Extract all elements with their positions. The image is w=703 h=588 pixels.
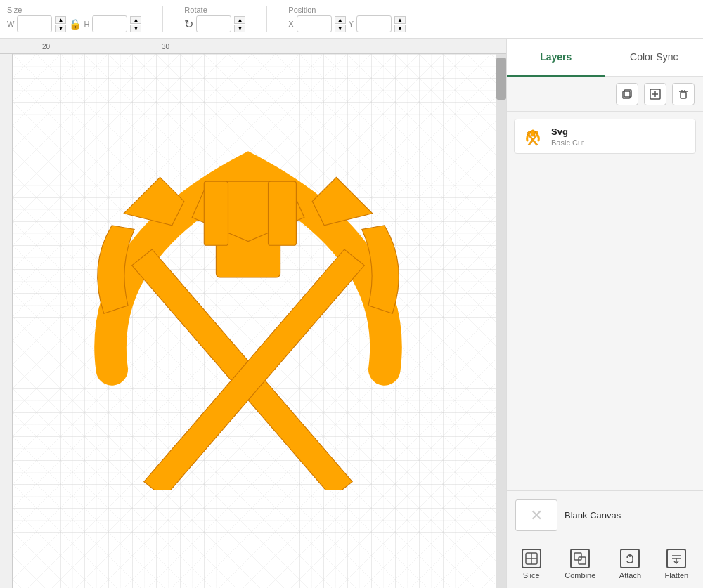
layer-list: Svg Basic Cut xyxy=(507,112,703,490)
combine-label: Combine xyxy=(565,571,595,580)
rotate-stepper: ▲ ▼ xyxy=(234,16,245,32)
artwork-svg[interactable] xyxy=(48,89,449,490)
toolbar: Size W ▲ ▼ 🔒 H ▲ ▼ Rotate ↻ ▲ ▼ xyxy=(0,0,703,39)
ruler-mark-20: 20 xyxy=(42,43,50,51)
rotate-down[interactable]: ▼ xyxy=(234,25,245,32)
height-stepper: ▲ ▼ xyxy=(130,16,141,32)
slice-button[interactable]: Slice xyxy=(516,546,547,582)
width-input[interactable] xyxy=(17,15,52,32)
flatten-label: Flatten xyxy=(665,571,689,580)
canvas-area[interactable]: 20 30 xyxy=(0,39,506,588)
x-stepper: ▲ ▼ xyxy=(335,16,346,32)
duplicate-icon xyxy=(621,88,633,100)
panel-toolbar xyxy=(507,77,703,112)
height-label: H xyxy=(84,20,89,28)
attach-label: Attach xyxy=(619,571,641,580)
height-input[interactable] xyxy=(92,15,127,32)
width-stepper: ▲ ▼ xyxy=(55,16,66,32)
scrollbar-thumb[interactable] xyxy=(496,58,506,100)
layer-item[interactable]: Svg Basic Cut xyxy=(514,119,696,154)
ruler-left xyxy=(0,54,13,588)
duplicate-layer-button[interactable] xyxy=(616,83,638,105)
add-icon xyxy=(649,88,662,100)
size-label: Size xyxy=(7,6,22,14)
position-input-row: X ▲ ▼ Y ▲ ▼ xyxy=(288,15,406,32)
y-input[interactable] xyxy=(356,15,392,32)
flatten-button[interactable]: Flatten xyxy=(659,546,695,582)
ruler-top-inner: 20 30 xyxy=(0,39,506,52)
rotate-group: Rotate ↻ ▲ ▼ xyxy=(184,6,245,32)
layer-thumbnail-icon xyxy=(522,125,544,148)
delete-layer-button[interactable] xyxy=(672,83,695,105)
bottom-actions: Slice Combine Attach xyxy=(507,540,703,588)
y-down[interactable]: ▼ xyxy=(394,25,406,32)
right-panel: Layers Color Sync xyxy=(506,39,703,588)
trash-icon xyxy=(677,88,690,100)
ruler-mark-30: 30 xyxy=(162,43,169,51)
size-group: Size W ▲ ▼ 🔒 H ▲ ▼ xyxy=(7,6,141,32)
y-up[interactable]: ▲ xyxy=(394,16,406,24)
rotate-input[interactable] xyxy=(196,15,231,32)
svg-rect-9 xyxy=(681,92,686,98)
tab-layers[interactable]: Layers xyxy=(507,39,605,77)
add-layer-button[interactable] xyxy=(644,83,666,105)
artwork-container[interactable] xyxy=(48,89,449,490)
rotate-icon: ↻ xyxy=(184,18,193,31)
canvas-grid[interactable] xyxy=(13,54,506,588)
rotate-input-row: ↻ ▲ ▼ xyxy=(184,15,245,32)
height-up[interactable]: ▲ xyxy=(130,16,141,24)
x-input[interactable] xyxy=(297,15,332,32)
x-down[interactable]: ▼ xyxy=(335,25,346,32)
position-label: Position xyxy=(288,6,316,14)
divider-1 xyxy=(162,6,163,32)
svg-rect-18 xyxy=(579,557,586,564)
svg-rect-13 xyxy=(531,131,535,136)
rotate-label: Rotate xyxy=(184,6,207,14)
tab-color-sync[interactable]: Color Sync xyxy=(605,39,704,77)
attach-button[interactable]: Attach xyxy=(614,546,647,582)
svg-rect-3 xyxy=(269,181,297,245)
position-group: Position X ▲ ▼ Y ▲ ▼ xyxy=(288,6,406,32)
lock-icon[interactable]: 🔒 xyxy=(69,18,81,30)
svg-rect-2 xyxy=(204,181,228,245)
width-label: W xyxy=(7,20,14,28)
ruler-top: 20 30 xyxy=(0,39,506,54)
divider-2 xyxy=(266,6,267,32)
height-down[interactable]: ▼ xyxy=(130,25,141,32)
svg-rect-17 xyxy=(574,553,581,560)
slice-icon xyxy=(522,549,541,568)
combine-button[interactable]: Combine xyxy=(559,546,601,582)
layer-type: Basic Cut xyxy=(551,138,584,147)
rotate-up[interactable]: ▲ xyxy=(234,16,245,24)
attach-icon xyxy=(620,549,640,568)
blank-canvas-preview: ✕ xyxy=(515,499,557,531)
y-label: Y xyxy=(349,20,354,28)
panel-bottom: ✕ Blank Canvas xyxy=(507,490,703,540)
width-up[interactable]: ▲ xyxy=(55,16,66,24)
layer-info: Svg Basic Cut xyxy=(551,126,584,147)
scrollbar-right[interactable] xyxy=(496,54,506,588)
x-up[interactable]: ▲ xyxy=(335,16,346,24)
blank-canvas-label: Blank Canvas xyxy=(565,510,621,521)
blank-canvas-row: ✕ Blank Canvas xyxy=(515,499,695,531)
x-label: X xyxy=(288,20,293,28)
y-stepper: ▲ ▼ xyxy=(394,16,406,32)
main-area: 20 30 xyxy=(0,39,703,588)
layer-name: Svg xyxy=(551,126,584,137)
slice-label: Slice xyxy=(523,571,540,580)
blank-canvas-x-mark: ✕ xyxy=(530,507,543,525)
combine-icon xyxy=(570,549,590,568)
size-input-row: W ▲ ▼ 🔒 H ▲ ▼ xyxy=(7,15,141,32)
width-down[interactable]: ▼ xyxy=(55,25,66,32)
panel-tabs: Layers Color Sync xyxy=(507,39,703,77)
flatten-icon xyxy=(666,549,686,568)
